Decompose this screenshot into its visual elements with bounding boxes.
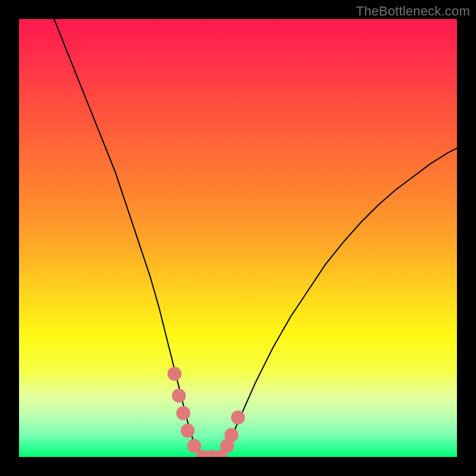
- plot-area: [19, 19, 457, 457]
- chart-svg: [19, 19, 457, 457]
- watermark-text: TheBottleneck.com: [356, 4, 470, 19]
- highlight-marker: [187, 439, 202, 453]
- curve-path: [54, 19, 457, 457]
- highlight-marker: [181, 424, 195, 438]
- chart-frame: TheBottleneck.com: [0, 0, 476, 476]
- highlight-marker: [172, 389, 186, 403]
- highlight-marker: [168, 367, 182, 381]
- series-highlight-markers: [168, 367, 245, 457]
- highlight-marker: [176, 406, 190, 421]
- series-bottleneck-curve: [54, 19, 457, 457]
- highlight-marker: [224, 428, 239, 442]
- highlight-marker: [231, 411, 245, 425]
